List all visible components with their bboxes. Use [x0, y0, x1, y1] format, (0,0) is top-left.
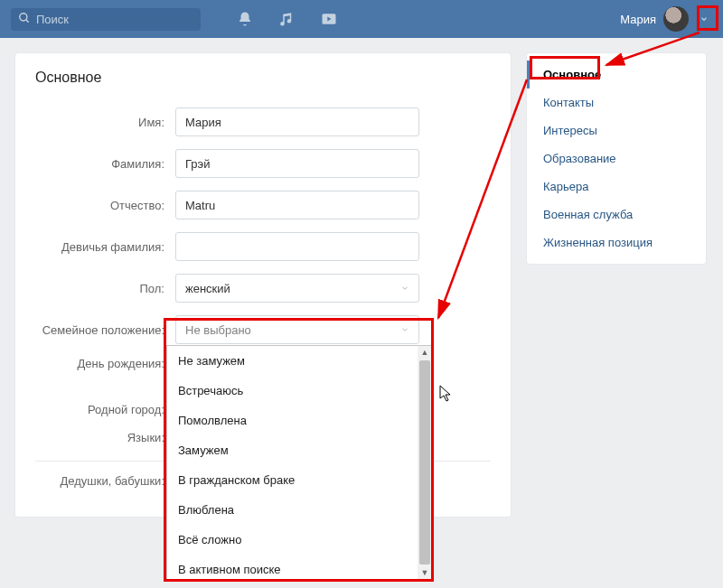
scroll-down-icon[interactable]: ▼: [421, 566, 429, 579]
svg-point-0: [20, 13, 27, 20]
search-input[interactable]: [36, 13, 193, 26]
dropdown-option[interactable]: В активном поиске: [167, 555, 418, 579]
relationship-label: Семейное положение:: [35, 323, 175, 337]
maiden-input[interactable]: [175, 232, 419, 261]
scrollbar[interactable]: ▲ ▼: [418, 346, 432, 579]
search-box[interactable]: [11, 8, 201, 31]
sidebar-item-education[interactable]: Образование: [527, 145, 706, 173]
gender-value: женский: [185, 282, 230, 295]
patronymic-label: Отчество:: [35, 199, 175, 212]
gender-select[interactable]: женский: [175, 274, 419, 303]
name-label: Имя:: [35, 116, 175, 129]
gender-label: Пол:: [35, 282, 175, 295]
dropdown-option[interactable]: Замужем: [167, 435, 418, 465]
top-icons: [237, 10, 338, 28]
username: Мария: [620, 13, 656, 26]
patronymic-input[interactable]: [175, 191, 419, 219]
chevron-down-icon[interactable]: [696, 11, 712, 27]
dropdown-list: Не замужемВстречаюсьПомолвленаЗамужемВ г…: [167, 346, 418, 579]
topbar: Мария: [0, 0, 723, 38]
dropdown-option[interactable]: Помолвлена: [167, 406, 418, 435]
dropdown-option[interactable]: В гражданском браке: [167, 465, 418, 495]
sidebar-item-career[interactable]: Карьера: [527, 173, 706, 201]
hometown-label: Родной город:: [35, 403, 175, 416]
chevron-down-icon: [400, 323, 409, 337]
sidebar-item-interests[interactable]: Интересы: [527, 117, 706, 145]
side-nav: Основное Контакты Интересы Образование К…: [526, 52, 707, 265]
sidebar-item-contacts[interactable]: Контакты: [527, 89, 706, 117]
surname-input[interactable]: [175, 149, 419, 178]
surname-label: Фамилия:: [35, 157, 175, 171]
video-icon[interactable]: [320, 10, 338, 28]
user-menu[interactable]: Мария: [620, 6, 712, 32]
chevron-down-icon: [400, 282, 409, 295]
dropdown-option[interactable]: Влюблена: [167, 495, 418, 525]
relationship-dropdown[interactable]: Не замужемВстречаюсьПомолвленаЗамужемВ г…: [166, 345, 433, 580]
page-title: Основное: [35, 70, 491, 86]
svg-line-1: [26, 19, 29, 22]
languages-label: Языки:: [35, 431, 175, 444]
sidebar-item-military[interactable]: Военная служба: [527, 201, 706, 229]
dropdown-option[interactable]: Всё сложно: [167, 525, 418, 555]
dropdown-option[interactable]: Встречаюсь: [167, 376, 418, 406]
scroll-up-icon[interactable]: ▲: [421, 346, 429, 359]
sidebar-item-position[interactable]: Жизненная позиция: [527, 229, 706, 257]
maiden-label: Девичья фамилия:: [35, 240, 175, 254]
search-icon: [18, 12, 31, 27]
relationship-select[interactable]: Не выбрано: [175, 315, 419, 344]
avatar: [663, 6, 689, 32]
relationship-value: Не выбрано: [185, 323, 251, 337]
bell-icon[interactable]: [237, 11, 253, 27]
dropdown-option[interactable]: Не замужем: [167, 346, 418, 376]
sidebar-item-main[interactable]: Основное: [527, 61, 706, 89]
scroll-thumb[interactable]: [419, 360, 430, 565]
name-input[interactable]: [175, 107, 419, 136]
grandparents-label: Дедушки, бабушки:: [35, 474, 175, 488]
birthday-label: День рождения:: [35, 357, 175, 370]
music-icon[interactable]: [278, 11, 295, 27]
